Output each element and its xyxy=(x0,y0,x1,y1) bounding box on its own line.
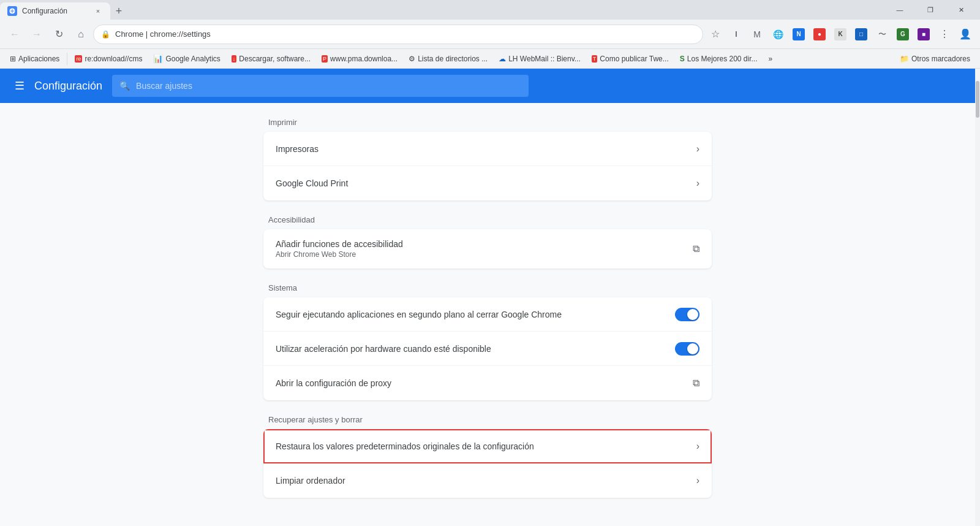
star-icon[interactable]: ☆ xyxy=(706,25,725,44)
settings-search-bar[interactable]: 🔍 xyxy=(112,75,529,97)
bookmark-mejores[interactable]: S Los Mejores 200 dir... xyxy=(675,53,763,65)
bookmark-descargar[interactable]: ↓ Descargar, software... xyxy=(227,53,315,65)
tabs-area: Configuración × + xyxy=(0,0,127,20)
settings-header: ☰ Configuración 🔍 xyxy=(0,69,975,103)
row-clean-computer[interactable]: Limpiar ordenador › xyxy=(263,463,712,498)
wave-ext-icon[interactable]: 〜 xyxy=(872,25,892,44)
chevron-icon: › xyxy=(696,143,699,154)
section-title-accesibilidad: Accesibilidad xyxy=(263,215,712,224)
sidebar-menu-icon[interactable]: ☰ xyxy=(15,79,24,93)
row-background-apps[interactable]: Seguir ejecutando aplicaciones en segund… xyxy=(263,297,712,332)
extensions-icon[interactable]: I xyxy=(726,25,746,44)
descargar-icon: ↓ xyxy=(232,55,237,63)
mejores-icon: S xyxy=(680,55,685,63)
section-title-sistema: Sistema xyxy=(263,283,712,292)
n-ext-icon[interactable]: N xyxy=(789,25,809,44)
bookmark-more[interactable]: » xyxy=(764,53,778,65)
sq-ext-icon[interactable]: □ xyxy=(851,25,871,44)
background-apps-toggle[interactable] xyxy=(675,308,699,321)
settings-inner: Imprimir Impresoras › Google Cloud Print… xyxy=(249,103,726,526)
card-recuperar: Restaura los valores predeterminados ori… xyxy=(263,429,712,498)
bookmark-lista[interactable]: ⚙ Lista de directorios ... xyxy=(404,53,492,65)
accessibility-title: Añadir funciones de accesibilidad xyxy=(276,239,693,249)
twitter-icon: T xyxy=(592,55,598,63)
hardware-accel-title: Utilizar aceleración por hardware cuando… xyxy=(276,344,675,354)
search-icon: 🔍 xyxy=(119,81,130,91)
clean-chevron-icon: › xyxy=(696,475,699,486)
lock-icon: 🔒 xyxy=(101,30,110,39)
omnibox[interactable]: 🔒 Chrome | chrome://settings xyxy=(93,25,703,44)
section-title-imprimir: Imprimir xyxy=(263,118,712,127)
bookmark-redownload[interactable]: re re:download//cms xyxy=(70,53,147,65)
proxy-external-icon: ⧉ xyxy=(693,378,699,389)
scrollbar[interactable] xyxy=(975,69,980,526)
row-impresoras[interactable]: Impresoras › xyxy=(263,132,712,166)
tab-title: Configuración xyxy=(22,7,67,15)
scroll-thumb[interactable] xyxy=(976,81,979,118)
red-ext-icon[interactable]: ● xyxy=(810,25,829,44)
row-hardware-accel[interactable]: Utilizar aceleración por hardware cuando… xyxy=(263,332,712,366)
settings-search-input[interactable] xyxy=(136,81,521,91)
minimize-button[interactable]: — xyxy=(886,0,914,20)
maximize-button[interactable]: ❐ xyxy=(916,0,944,20)
bookmarks-bar: ⊞ Aplicaciones re re:download//cms 📊 Goo… xyxy=(0,49,980,69)
hardware-accel-toggle[interactable] xyxy=(675,342,699,356)
proxy-title: Abrir la configuración de proxy xyxy=(276,378,693,388)
restore-defaults-title: Restaura los valores predeterminados ori… xyxy=(276,441,696,451)
forward-button[interactable]: → xyxy=(27,25,47,44)
settings-page: ☰ Configuración 🔍 Imprimir Impresoras › xyxy=(0,69,975,526)
lista-icon: ⚙ xyxy=(409,55,415,63)
tab-close-button[interactable]: × xyxy=(93,6,103,16)
section-title-recuperar: Recuperar ajustes y borrar xyxy=(263,415,712,424)
folder-icon: 📁 xyxy=(900,55,909,63)
omnibox-site: Chrome | chrome://settings xyxy=(115,29,211,39)
card-sistema: Seguir ejecutando aplicaciones en segund… xyxy=(263,297,712,400)
titlebar: Configuración × + — ❐ ✕ xyxy=(0,0,980,20)
k-ext-icon[interactable]: K xyxy=(831,25,850,44)
back-button[interactable]: ← xyxy=(5,25,24,44)
pma-icon: P xyxy=(322,55,328,63)
row-restore-defaults[interactable]: Restaura los valores predeterminados ori… xyxy=(263,429,712,463)
bookmark-analytics[interactable]: 📊 Google Analytics xyxy=(148,52,225,65)
restore-chevron-icon: › xyxy=(696,441,699,452)
impresoras-title: Impresoras xyxy=(276,144,696,154)
active-tab[interactable]: Configuración × xyxy=(0,2,110,20)
globe-icon[interactable]: 🌐 xyxy=(768,25,788,44)
webmail-icon: ☁ xyxy=(499,55,506,63)
tab-favicon xyxy=(7,6,17,16)
bookmark-twitter[interactable]: T Como publicar Twe... xyxy=(587,53,674,65)
ext2-icon[interactable]: ■ xyxy=(914,25,933,44)
row-proxy[interactable]: Abrir la configuración de proxy ⧉ xyxy=(263,366,712,400)
settings-content: Imprimir Impresoras › Google Cloud Print… xyxy=(0,103,975,526)
mail-icon[interactable]: M xyxy=(747,25,767,44)
bookmark-webmail[interactable]: ☁ LH WebMail :: Bienv... xyxy=(494,53,586,65)
bookmark-aplicaciones[interactable]: ⊞ Aplicaciones xyxy=(5,53,64,65)
main-area: ☰ Configuración 🔍 Imprimir Impresoras › xyxy=(0,69,980,526)
refresh-button[interactable]: ↻ xyxy=(49,25,69,44)
close-button[interactable]: ✕ xyxy=(947,0,975,20)
analytics-icon: 📊 xyxy=(153,54,163,63)
home-button[interactable]: ⌂ xyxy=(71,25,91,44)
bookmark-divider xyxy=(67,53,67,65)
toolbar-icons: ☆ I M 🌐 N ● K □ 〜 G ■ ⋮ 👤 xyxy=(706,25,975,44)
bookmark-pma[interactable]: P www.pma.downloa... xyxy=(317,53,402,65)
row-accessibility[interactable]: Añadir funciones de accesibilidad Abrir … xyxy=(263,229,712,269)
redownload-icon: re xyxy=(75,55,82,63)
apps-icon: ⊞ xyxy=(10,55,16,63)
background-apps-title: Seguir ejecutando aplicaciones en segund… xyxy=(276,310,675,319)
accessibility-subtitle: Abrir Chrome Web Store xyxy=(276,250,693,259)
window-controls: — ❐ ✕ xyxy=(886,0,980,20)
row-cloud-print[interactable]: Google Cloud Print › xyxy=(263,166,712,200)
chevron-icon: › xyxy=(696,178,699,189)
card-imprimir: Impresoras › Google Cloud Print › xyxy=(263,132,712,200)
settings-page-title: Configuración xyxy=(34,80,102,93)
menu-button[interactable]: ⋮ xyxy=(935,25,954,44)
clean-computer-title: Limpiar ordenador xyxy=(276,476,696,486)
bookmark-otros-folder[interactable]: 📁 Otros marcadores xyxy=(895,53,975,65)
address-bar: ← → ↻ ⌂ 🔒 Chrome | chrome://settings ☆ I… xyxy=(0,20,980,49)
account-button[interactable]: 👤 xyxy=(956,25,975,44)
card-accesibilidad: Añadir funciones de accesibilidad Abrir … xyxy=(263,229,712,269)
external-link-icon: ⧉ xyxy=(693,243,699,254)
g-ext-icon[interactable]: G xyxy=(893,25,913,44)
new-tab-button[interactable]: + xyxy=(110,2,127,20)
